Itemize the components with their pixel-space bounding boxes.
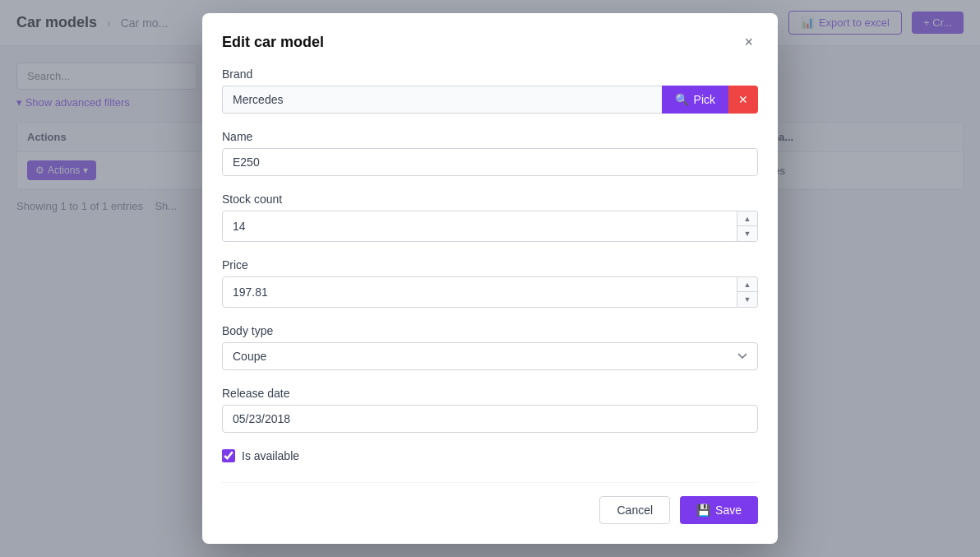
price-wrap: ▲ ▼ xyxy=(222,276,758,308)
release-date-input[interactable] xyxy=(222,405,758,433)
name-input[interactable] xyxy=(222,148,758,176)
price-decrement[interactable]: ▼ xyxy=(737,292,757,307)
name-field-group: Name xyxy=(222,130,758,176)
is-available-row: Is available xyxy=(222,449,758,462)
modal-close-button[interactable]: × xyxy=(739,33,758,51)
brand-field-group: Brand 🔍 Pick ✕ xyxy=(222,67,758,114)
stock-count-field-group: Stock count ▲ ▼ xyxy=(222,193,758,242)
body-type-select[interactable]: Coupe Sedan SUV Hatchback Convertible xyxy=(222,342,758,370)
stock-count-spinners: ▲ ▼ xyxy=(737,211,758,242)
stock-count-increment[interactable]: ▲ xyxy=(737,211,757,226)
name-label: Name xyxy=(222,130,758,143)
modal-footer: Cancel 💾 Save xyxy=(222,482,758,524)
save-icon: 💾 xyxy=(696,504,710,517)
is-available-label: Is available xyxy=(242,449,299,462)
modal-title: Edit car model xyxy=(222,34,324,51)
release-date-label: Release date xyxy=(222,387,758,400)
stock-count-wrap: ▲ ▼ xyxy=(222,211,758,242)
is-available-checkbox[interactable] xyxy=(222,449,235,462)
price-label: Price xyxy=(222,258,758,272)
stock-count-input[interactable] xyxy=(222,211,737,242)
is-available-field-group: Is available xyxy=(222,449,758,462)
modal-header: Edit car model × xyxy=(222,33,758,51)
brand-label: Brand xyxy=(222,67,758,81)
save-button[interactable]: 💾 Save xyxy=(680,496,758,524)
body-type-field-group: Body type Coupe Sedan SUV Hatchback Conv… xyxy=(222,324,758,370)
body-type-label: Body type xyxy=(222,324,758,337)
brand-row: 🔍 Pick ✕ xyxy=(222,86,758,114)
edit-car-model-modal: Edit car model × Brand 🔍 Pick ✕ Name xyxy=(202,13,778,544)
price-input[interactable] xyxy=(222,276,737,308)
modal-overlay: Edit car model × Brand 🔍 Pick ✕ Name xyxy=(0,0,980,557)
clear-brand-button[interactable]: ✕ xyxy=(728,86,758,114)
brand-input[interactable] xyxy=(222,86,662,114)
search-icon: 🔍 xyxy=(675,93,689,106)
release-date-field-group: Release date xyxy=(222,387,758,433)
price-field-group: Price ▲ ▼ xyxy=(222,258,758,308)
close-icon: ✕ xyxy=(738,93,748,106)
cancel-button[interactable]: Cancel xyxy=(599,496,670,524)
pick-button[interactable]: 🔍 Pick xyxy=(662,86,728,114)
price-increment[interactable]: ▲ xyxy=(737,277,757,292)
price-spinners: ▲ ▼ xyxy=(737,276,758,308)
stock-count-label: Stock count xyxy=(222,193,758,206)
stock-count-decrement[interactable]: ▼ xyxy=(737,226,757,241)
